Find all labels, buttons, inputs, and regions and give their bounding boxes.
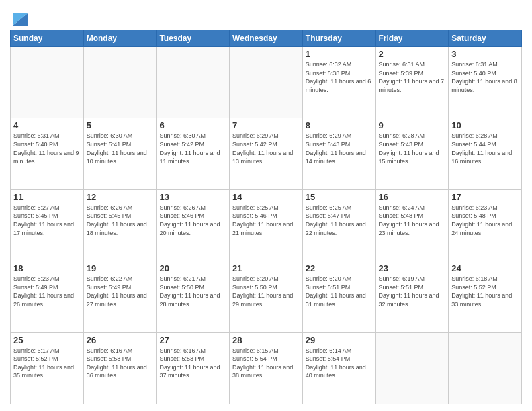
day-number: 20 [159,263,226,273]
calendar-header-tuesday: Tuesday [157,30,230,47]
day-info: Sunrise: 6:26 AM Sunset: 5:46 PM Dayligh… [159,203,226,237]
day-info: Sunrise: 6:23 AM Sunset: 5:48 PM Dayligh… [451,203,519,237]
calendar-week-2: 11Sunrise: 6:27 AM Sunset: 5:45 PM Dayli… [11,189,522,261]
calendar-cell: 21Sunrise: 6:20 AM Sunset: 5:50 PM Dayli… [230,261,303,332]
day-info: Sunrise: 6:18 AM Sunset: 5:52 PM Dayligh… [451,275,519,308]
calendar-cell: 7Sunrise: 6:29 AM Sunset: 5:42 PM Daylig… [230,118,303,189]
calendar-cell [375,332,449,404]
day-info: Sunrise: 6:31 AM Sunset: 5:39 PM Dayligh… [379,60,446,94]
day-number: 28 [232,335,300,345]
day-number: 22 [306,263,373,273]
day-info: Sunrise: 6:29 AM Sunset: 5:43 PM Dayligh… [306,132,373,165]
day-number: 10 [451,120,519,130]
day-number: 15 [306,192,373,202]
calendar-cell [449,332,522,404]
logo [10,9,28,26]
day-info: Sunrise: 6:16 AM Sunset: 5:53 PM Dayligh… [159,347,226,380]
day-number: 5 [87,120,154,130]
calendar-header-saturday: Saturday [449,30,522,47]
calendar-cell: 17Sunrise: 6:23 AM Sunset: 5:48 PM Dayli… [449,189,522,261]
day-number: 8 [306,120,373,130]
calendar-cell: 25Sunrise: 6:17 AM Sunset: 5:52 PM Dayli… [11,332,84,404]
day-number: 16 [379,192,446,202]
day-info: Sunrise: 6:21 AM Sunset: 5:50 PM Dayligh… [159,275,226,308]
day-number: 26 [87,335,154,345]
calendar-cell: 9Sunrise: 6:28 AM Sunset: 5:43 PM Daylig… [375,118,449,189]
calendar-header-friday: Friday [375,30,449,47]
calendar-cell: 5Sunrise: 6:30 AM Sunset: 5:41 PM Daylig… [83,118,157,189]
calendar-week-1: 4Sunrise: 6:31 AM Sunset: 5:40 PM Daylig… [11,118,522,189]
day-number: 4 [13,120,81,130]
day-number: 14 [232,192,300,202]
day-number: 9 [379,120,446,130]
day-number: 7 [232,120,300,130]
calendar-cell: 3Sunrise: 6:31 AM Sunset: 5:40 PM Daylig… [449,47,522,118]
header [10,7,522,26]
calendar-cell: 1Sunrise: 6:32 AM Sunset: 5:38 PM Daylig… [302,47,375,118]
calendar-week-4: 25Sunrise: 6:17 AM Sunset: 5:52 PM Dayli… [11,332,522,404]
calendar-cell: 11Sunrise: 6:27 AM Sunset: 5:45 PM Dayli… [11,189,84,261]
calendar-table: SundayMondayTuesdayWednesdayThursdayFrid… [10,30,522,404]
day-info: Sunrise: 6:31 AM Sunset: 5:40 PM Dayligh… [451,60,519,94]
calendar-header-row: SundayMondayTuesdayWednesdayThursdayFrid… [11,30,522,47]
day-number: 24 [451,263,519,273]
day-number: 17 [451,192,519,202]
calendar-cell: 24Sunrise: 6:18 AM Sunset: 5:52 PM Dayli… [449,261,522,332]
calendar-cell: 4Sunrise: 6:31 AM Sunset: 5:40 PM Daylig… [11,118,84,189]
day-number: 2 [379,49,446,59]
calendar-cell: 23Sunrise: 6:19 AM Sunset: 5:51 PM Dayli… [375,261,449,332]
day-info: Sunrise: 6:20 AM Sunset: 5:50 PM Dayligh… [232,275,300,308]
day-number: 18 [13,263,81,273]
calendar-cell [11,47,84,118]
day-info: Sunrise: 6:24 AM Sunset: 5:48 PM Dayligh… [379,203,446,237]
day-info: Sunrise: 6:20 AM Sunset: 5:51 PM Dayligh… [306,275,373,308]
day-info: Sunrise: 6:23 AM Sunset: 5:49 PM Dayligh… [13,275,81,308]
calendar-cell: 19Sunrise: 6:22 AM Sunset: 5:49 PM Dayli… [83,261,157,332]
calendar-week-0: 1Sunrise: 6:32 AM Sunset: 5:38 PM Daylig… [11,47,522,118]
calendar-cell: 22Sunrise: 6:20 AM Sunset: 5:51 PM Dayli… [302,261,375,332]
calendar-week-3: 18Sunrise: 6:23 AM Sunset: 5:49 PM Dayli… [11,261,522,332]
day-info: Sunrise: 6:30 AM Sunset: 5:42 PM Dayligh… [159,132,226,165]
calendar-cell: 20Sunrise: 6:21 AM Sunset: 5:50 PM Dayli… [157,261,230,332]
day-number: 29 [306,335,373,345]
day-info: Sunrise: 6:25 AM Sunset: 5:46 PM Dayligh… [232,203,300,237]
day-number: 25 [13,335,81,345]
calendar-cell: 29Sunrise: 6:14 AM Sunset: 5:54 PM Dayli… [302,332,375,404]
calendar-header-wednesday: Wednesday [230,30,303,47]
day-info: Sunrise: 6:28 AM Sunset: 5:44 PM Dayligh… [451,132,519,165]
day-number: 27 [159,335,226,345]
calendar-cell: 18Sunrise: 6:23 AM Sunset: 5:49 PM Dayli… [11,261,84,332]
calendar-header-monday: Monday [83,30,157,47]
day-info: Sunrise: 6:31 AM Sunset: 5:40 PM Dayligh… [13,132,81,165]
calendar-cell: 6Sunrise: 6:30 AM Sunset: 5:42 PM Daylig… [157,118,230,189]
calendar-cell [230,47,303,118]
day-number: 13 [159,192,226,202]
day-number: 23 [379,263,446,273]
calendar-cell: 15Sunrise: 6:25 AM Sunset: 5:47 PM Dayli… [302,189,375,261]
day-info: Sunrise: 6:28 AM Sunset: 5:43 PM Dayligh… [379,132,446,165]
calendar-cell [157,47,230,118]
calendar-header-sunday: Sunday [11,30,84,47]
page: SundayMondayTuesdayWednesdayThursdayFrid… [0,0,532,411]
calendar-cell: 8Sunrise: 6:29 AM Sunset: 5:43 PM Daylig… [302,118,375,189]
calendar-cell: 28Sunrise: 6:15 AM Sunset: 5:54 PM Dayli… [230,332,303,404]
calendar-cell: 13Sunrise: 6:26 AM Sunset: 5:46 PM Dayli… [157,189,230,261]
day-info: Sunrise: 6:27 AM Sunset: 5:45 PM Dayligh… [13,203,81,237]
day-info: Sunrise: 6:26 AM Sunset: 5:45 PM Dayligh… [87,203,154,237]
day-info: Sunrise: 6:16 AM Sunset: 5:53 PM Dayligh… [87,347,154,380]
day-info: Sunrise: 6:32 AM Sunset: 5:38 PM Dayligh… [306,60,373,94]
calendar-cell: 16Sunrise: 6:24 AM Sunset: 5:48 PM Dayli… [375,189,449,261]
day-info: Sunrise: 6:25 AM Sunset: 5:47 PM Dayligh… [306,203,373,237]
day-number: 19 [87,263,154,273]
day-info: Sunrise: 6:17 AM Sunset: 5:52 PM Dayligh… [13,347,81,380]
logo-icon [13,7,28,26]
day-info: Sunrise: 6:14 AM Sunset: 5:54 PM Dayligh… [306,347,373,380]
calendar-cell: 2Sunrise: 6:31 AM Sunset: 5:39 PM Daylig… [375,47,449,118]
calendar-cell: 26Sunrise: 6:16 AM Sunset: 5:53 PM Dayli… [83,332,157,404]
day-number: 12 [87,192,154,202]
day-info: Sunrise: 6:22 AM Sunset: 5:49 PM Dayligh… [87,275,154,308]
calendar-cell: 10Sunrise: 6:28 AM Sunset: 5:44 PM Dayli… [449,118,522,189]
day-number: 1 [306,49,373,59]
calendar-cell: 14Sunrise: 6:25 AM Sunset: 5:46 PM Dayli… [230,189,303,261]
calendar-cell: 27Sunrise: 6:16 AM Sunset: 5:53 PM Dayli… [157,332,230,404]
